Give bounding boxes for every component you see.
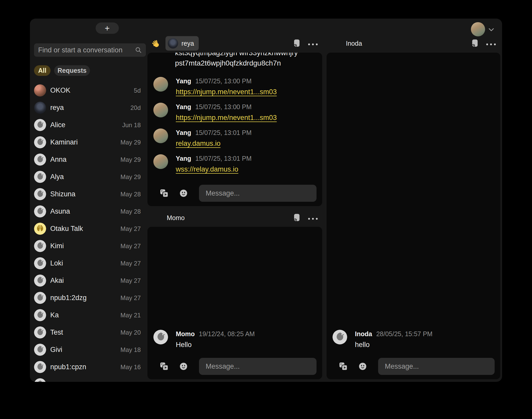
conversation-name: Loki bbox=[50, 259, 63, 267]
chat-panel-reya: reya kst3qyqtmpag2lygn wfr33ynzknwwnjry … bbox=[147, 35, 322, 206]
conversation-avatar bbox=[34, 188, 46, 200]
conversation-row[interactable]: Kaminari May 29 bbox=[34, 134, 146, 151]
note-compose-icon[interactable] bbox=[293, 214, 300, 222]
chat-message: Momo 19/12/24, 08:25 AM Hello bbox=[147, 330, 322, 356]
conversation-avatar bbox=[34, 292, 46, 304]
more-options-icon[interactable] bbox=[308, 42, 318, 45]
message-content: Yang 15/07/25, 13:01 PM wss://relay.damu… bbox=[176, 154, 252, 180]
conversation-date: May 16 bbox=[120, 364, 146, 371]
message-timestamp: 15/07/25, 13:01 PM bbox=[195, 129, 252, 136]
composer-inoda bbox=[338, 358, 495, 375]
search-icon bbox=[135, 46, 142, 53]
message-avatar bbox=[153, 154, 168, 169]
tab-all[interactable]: All bbox=[34, 65, 51, 76]
conversation-row[interactable]: Givi May 18 bbox=[34, 341, 146, 358]
chat-body-inoda: Inoda 28/05/25, 15:57 PM hello bbox=[327, 53, 500, 379]
message-author: Yang bbox=[176, 155, 191, 162]
contact-chip-reya[interactable]: reya bbox=[165, 36, 199, 51]
emoji-picker-icon[interactable] bbox=[179, 189, 188, 197]
conversation-avatar bbox=[34, 257, 46, 269]
conversation-row[interactable]: Shizuna May 28 bbox=[34, 186, 146, 203]
media-attach-icon[interactable] bbox=[159, 361, 169, 371]
conversation-row[interactable]: reya 20d bbox=[34, 99, 146, 116]
key-line: pst7mta2t6wpjh0qfzkdrdgu8ch7n bbox=[175, 59, 322, 68]
message-link[interactable]: https://njump.me/nevent1...sm03 bbox=[176, 88, 277, 96]
more-options-icon[interactable] bbox=[308, 216, 318, 219]
chat-title: Momo bbox=[167, 214, 185, 222]
message-link[interactable]: https://njump.me/nevent1...sm03 bbox=[176, 114, 277, 122]
conversation-row[interactable]: Alya May 29 bbox=[34, 168, 146, 186]
clipped-key-line: kst3qyqtmpag2lygn wfr33ynzknwwnjry bbox=[175, 53, 322, 57]
conversation-row[interactable]: Otaku Talk May 27 bbox=[34, 220, 146, 237]
conversation-date: May 27 bbox=[120, 243, 146, 250]
user-avatar[interactable] bbox=[471, 22, 485, 36]
conversation-avatar bbox=[34, 344, 46, 356]
message-input[interactable] bbox=[199, 358, 317, 375]
app-window: + All Requests OKOK 5d bbox=[30, 19, 502, 382]
chat-header-momo: Momo bbox=[147, 210, 322, 226]
conversation-list: OKOK 5d reya 20d Alice Jun 18 bbox=[34, 82, 146, 382]
conversation-row[interactable]: Alice Jun 18 bbox=[34, 116, 146, 134]
conversation-avatar bbox=[34, 326, 46, 339]
chat-message: Yang 15/07/25, 13:01 PM wss://relay.damu… bbox=[147, 154, 322, 180]
tab-requests-label: Requests bbox=[57, 67, 87, 74]
conversation-row[interactable]: Test May 20 bbox=[34, 324, 146, 341]
conversation-row[interactable]: Kimi May 27 bbox=[34, 237, 146, 255]
search-input[interactable] bbox=[34, 43, 146, 57]
conversation-date: May 27 bbox=[120, 225, 146, 232]
contact-avatar bbox=[331, 38, 342, 49]
message-avatar bbox=[153, 128, 168, 143]
message-timestamp: 15/07/25, 13:01 PM bbox=[195, 155, 252, 162]
conversation-row[interactable]: npub1:cpzn May 16 bbox=[34, 358, 146, 376]
media-attach-icon[interactable] bbox=[338, 361, 348, 371]
emoji-picker-icon[interactable] bbox=[179, 362, 188, 370]
conversation-row[interactable]: Asuna May 28 bbox=[34, 203, 146, 220]
message-content: Yang 15/07/25, 13:01 PM relay.damus.io bbox=[176, 128, 252, 154]
chat-title: Inoda bbox=[346, 40, 362, 47]
chat-body-reya: kst3qyqtmpag2lygn wfr33ynzknwwnjry pst7m… bbox=[147, 53, 322, 206]
conversation-row[interactable]: Ka May 21 bbox=[34, 307, 146, 324]
message-timestamp: 28/05/25, 15:57 PM bbox=[376, 330, 433, 338]
note-compose-icon[interactable] bbox=[293, 39, 300, 47]
note-compose-icon[interactable] bbox=[471, 39, 478, 47]
message-timestamp: 15/07/25, 13:00 PM bbox=[195, 103, 252, 111]
message-link[interactable]: relay.damus.io bbox=[176, 140, 252, 148]
emoji-picker-icon[interactable] bbox=[359, 362, 367, 370]
conversation-row[interactable]: Akai May 27 bbox=[34, 272, 146, 289]
conversation-row[interactable]: Anna May 29 bbox=[34, 151, 146, 168]
chat-message: Yang 15/07/25, 13:01 PM relay.damus.io bbox=[147, 128, 322, 154]
message-input[interactable] bbox=[378, 358, 495, 375]
conversation-name: Alice bbox=[50, 121, 65, 129]
conversation-row[interactable] bbox=[34, 376, 146, 382]
conversation-date: Jun 18 bbox=[122, 122, 146, 129]
conversation-avatar bbox=[34, 309, 46, 321]
media-attach-icon[interactable] bbox=[159, 188, 169, 198]
message-author: Momo bbox=[176, 330, 195, 338]
message-link[interactable]: wss://relay.damus.io bbox=[176, 165, 252, 173]
conversation-date: May 29 bbox=[120, 139, 146, 146]
message-avatar bbox=[153, 330, 168, 344]
conversation-name: Akai bbox=[50, 277, 64, 285]
conversation-avatar bbox=[34, 223, 46, 235]
tab-requests[interactable]: Requests bbox=[54, 65, 90, 76]
conversation-row[interactable]: Loki May 27 bbox=[34, 255, 146, 272]
conversation-name: Anna bbox=[50, 156, 66, 164]
message-author: Yang bbox=[176, 103, 191, 111]
conversation-row[interactable]: OKOK 5d bbox=[34, 82, 146, 99]
message-header: Yang 15/07/25, 13:00 PM bbox=[176, 103, 277, 111]
conversation-avatar bbox=[34, 275, 46, 287]
message-input[interactable] bbox=[199, 185, 317, 202]
conversation-name: reya bbox=[50, 104, 64, 112]
new-chat-button[interactable]: + bbox=[96, 22, 119, 34]
chat-message: Yang 15/07/25, 13:00 PM https://njump.me… bbox=[147, 77, 322, 103]
account-menu[interactable] bbox=[471, 22, 495, 36]
message-avatar bbox=[153, 103, 168, 117]
conversation-row[interactable]: npub1:2dzg May 27 bbox=[34, 289, 146, 307]
chat-panel-momo: Momo Momo 19/12/24, 08:25 AM bbox=[147, 210, 322, 379]
conversation-date: May 28 bbox=[120, 191, 146, 198]
more-options-icon[interactable] bbox=[486, 42, 496, 45]
conversation-date: May 27 bbox=[120, 277, 146, 284]
message-content: Yang 15/07/25, 13:00 PM https://njump.me… bbox=[176, 103, 277, 128]
conversation-name: Givi bbox=[50, 346, 62, 354]
message-header: Yang 15/07/25, 13:00 PM bbox=[176, 77, 277, 85]
